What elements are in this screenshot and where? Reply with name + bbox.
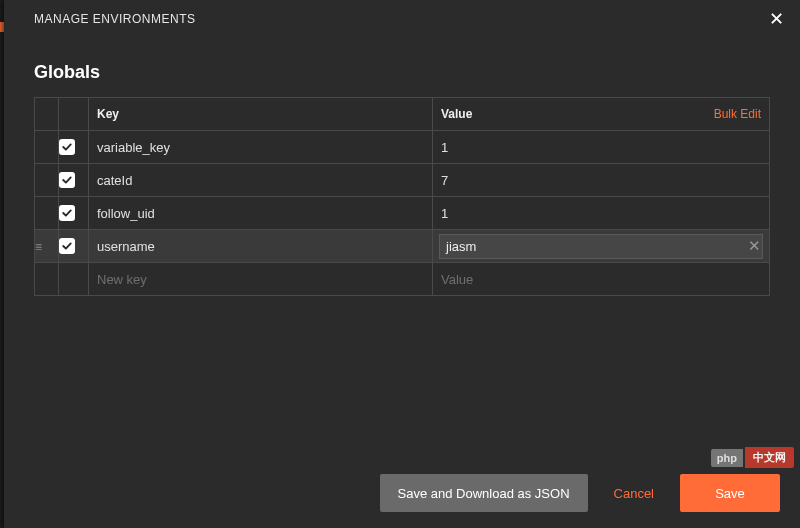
table-row: cateId 7 [35,164,770,197]
globals-table: Key Value Bulk Edit variab [34,97,770,296]
new-key-placeholder: New key [97,272,147,287]
delete-row-icon[interactable]: ✕ [748,237,761,255]
table-row: ≡ username jiasm ✕ [35,230,770,263]
watermark: php 中文网 [711,447,794,468]
save-download-button[interactable]: Save and Download as JSON [380,474,588,512]
checkbox-cell[interactable] [59,197,89,230]
save-button[interactable]: Save [680,474,780,512]
drag-handle-cell[interactable]: ≡ [35,230,59,263]
watermark-badge: php [711,449,743,467]
drag-handle-cell [35,263,59,296]
value-cell[interactable]: 1 [433,131,770,164]
value-cell[interactable]: 7 [433,164,770,197]
value-header-label: Value [441,107,472,121]
col-handle-header [35,98,59,131]
col-check-header [59,98,89,131]
titlebar: MANAGE ENVIRONMENTS ✕ [4,0,800,36]
key-text: variable_key [97,140,170,155]
checkmark-icon [59,205,75,221]
value-text: 7 [441,173,448,188]
drag-handle-cell [35,164,59,197]
section-heading: Globals [34,62,770,83]
checkbox-cell[interactable] [59,131,89,164]
checkbox-cell[interactable] [59,230,89,263]
key-text: username [97,239,155,254]
watermark-text: 中文网 [745,447,794,468]
value-text: 1 [441,206,448,221]
value-cell[interactable]: 1 [433,197,770,230]
modal-title: MANAGE ENVIRONMENTS [34,12,196,26]
modal-footer: Save and Download as JSON Cancel Save [4,458,800,528]
key-header-label: Key [97,107,119,121]
value-text: 1 [441,140,448,155]
value-cell[interactable]: jiasm ✕ [433,230,770,263]
key-cell[interactable]: cateId [89,164,433,197]
cancel-button[interactable]: Cancel [608,474,660,512]
key-cell[interactable]: variable_key [89,131,433,164]
table-row: variable_key 1 [35,131,770,164]
modal-content: Globals Key Value Bulk Edit [4,36,800,458]
checkmark-icon [59,139,75,155]
manage-environments-modal: MANAGE ENVIRONMENTS ✕ Globals Key Value … [4,0,800,528]
drag-handle-cell [35,131,59,164]
key-cell[interactable]: username [89,230,433,263]
key-text: follow_uid [97,206,155,221]
key-cell[interactable]: follow_uid [89,197,433,230]
checkmark-icon [59,172,75,188]
key-text: cateId [97,173,132,188]
col-key-header: Key [89,98,433,131]
close-icon[interactable]: ✕ [769,10,785,28]
value-text: jiasm [446,239,476,254]
new-value-cell[interactable]: Value [433,263,770,296]
drag-handle-cell [35,197,59,230]
checkbox-cell[interactable] [59,164,89,197]
table-body: variable_key 1 cateId 7 [35,131,770,296]
checkbox-cell [59,263,89,296]
drag-handle-icon: ≡ [35,240,42,254]
table-row-new: New key Value [35,263,770,296]
table-row: follow_uid 1 [35,197,770,230]
col-value-header: Value Bulk Edit [433,98,770,131]
new-value-placeholder: Value [441,272,473,287]
table-header-row: Key Value Bulk Edit [35,98,770,131]
checkmark-icon [59,238,75,254]
bulk-edit-link[interactable]: Bulk Edit [714,107,761,121]
new-key-cell[interactable]: New key [89,263,433,296]
value-input[interactable]: jiasm [439,234,763,259]
